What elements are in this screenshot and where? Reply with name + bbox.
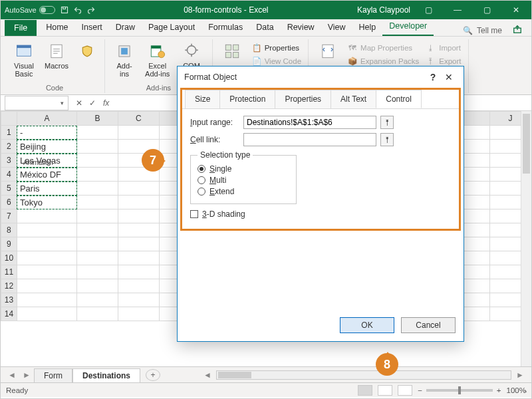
input-range-field[interactable] bbox=[243, 116, 376, 129]
tell-me[interactable]: Tell me bbox=[477, 26, 502, 35]
minimize-icon[interactable]: — bbox=[446, 3, 469, 17]
cell[interactable] bbox=[17, 251, 76, 265]
radio-extend[interactable]: Extend bbox=[198, 187, 289, 196]
tab-formulas[interactable]: Formulas bbox=[201, 19, 249, 36]
dialog-tab-alt-text[interactable]: Alt Text bbox=[331, 90, 376, 108]
tab-draw[interactable]: Draw bbox=[109, 19, 142, 36]
maximize-icon[interactable]: ▢ bbox=[475, 3, 498, 17]
dialog-help-icon[interactable]: ? bbox=[425, 72, 441, 82]
cell[interactable] bbox=[118, 237, 159, 251]
autosave-toggle[interactable]: AutoSave bbox=[5, 6, 55, 14]
row-header[interactable]: 14 bbox=[1, 307, 17, 321]
checkbox-3d-shading[interactable]: 3-D shading bbox=[190, 209, 451, 219]
cell[interactable]: Paris bbox=[17, 182, 76, 196]
cancel-button[interactable]: Cancel bbox=[401, 317, 456, 333]
cell[interactable] bbox=[17, 279, 76, 293]
tab-data[interactable]: Data bbox=[249, 19, 280, 36]
visual-basic-button[interactable]: Visual Basic bbox=[10, 41, 38, 79]
zoom-out-icon[interactable]: − bbox=[418, 386, 422, 394]
tab-page-layout[interactable]: Page Layout bbox=[142, 19, 201, 36]
collapse-ribbon-icon[interactable]: ˄ bbox=[524, 390, 527, 397]
row-header[interactable]: 12 bbox=[1, 279, 17, 293]
view-page-layout-icon[interactable] bbox=[378, 385, 392, 396]
cell[interactable] bbox=[77, 223, 118, 237]
sheet-tab-form[interactable]: Form bbox=[34, 368, 72, 382]
cell[interactable] bbox=[17, 307, 76, 321]
name-box[interactable]: ▾ bbox=[5, 96, 68, 110]
dialog-tab-control[interactable]: Control bbox=[376, 90, 422, 108]
cell-link-picker-icon[interactable]: ⭱ bbox=[380, 133, 394, 146]
excel-addins-button[interactable]: Excel Add-ins bbox=[142, 41, 172, 79]
radio-single[interactable]: Single bbox=[198, 164, 289, 174]
radio-multi[interactable]: Multi bbox=[198, 176, 289, 185]
cell[interactable] bbox=[118, 209, 159, 223]
ok-button[interactable]: OK bbox=[340, 317, 394, 333]
hscroll-right-icon[interactable]: ► bbox=[513, 370, 527, 380]
row-header[interactable]: 4 bbox=[1, 168, 17, 182]
cell[interactable] bbox=[17, 209, 76, 223]
cell-link-field[interactable] bbox=[243, 133, 376, 146]
properties-button[interactable]: 📋Properties bbox=[250, 42, 303, 54]
dialog-tab-properties[interactable]: Properties bbox=[275, 90, 331, 108]
row-header[interactable]: 2 bbox=[1, 140, 17, 154]
cell[interactable] bbox=[118, 265, 159, 279]
tab-home[interactable]: Home bbox=[39, 19, 74, 36]
row-header[interactable]: 3 bbox=[1, 154, 17, 168]
tab-help[interactable]: Help bbox=[352, 19, 383, 36]
dialog-close-icon[interactable]: ✕ bbox=[441, 72, 457, 82]
user-name[interactable]: Kayla Claypool bbox=[357, 5, 410, 15]
cell[interactable] bbox=[17, 293, 76, 307]
share-icon[interactable] bbox=[513, 25, 522, 36]
cell[interactable] bbox=[77, 265, 118, 279]
cell[interactable]: - bbox=[17, 126, 76, 140]
cell[interactable] bbox=[118, 196, 159, 209]
tab-developer[interactable]: Developer bbox=[382, 18, 434, 36]
source-button[interactable] bbox=[314, 41, 342, 62]
cell[interactable] bbox=[77, 154, 118, 168]
row-header[interactable]: 5 bbox=[1, 182, 17, 196]
close-icon[interactable]: ✕ bbox=[505, 3, 527, 17]
insert-controls-button[interactable] bbox=[218, 41, 246, 62]
tab-view[interactable]: View bbox=[321, 19, 352, 36]
cancel-formula-icon[interactable]: ✕ bbox=[72, 98, 86, 108]
row-header[interactable]: 11 bbox=[1, 265, 17, 279]
hscroll-left-icon[interactable]: ◄ bbox=[200, 370, 215, 380]
cell[interactable] bbox=[17, 237, 76, 251]
cell[interactable] bbox=[77, 196, 118, 209]
col-header-c[interactable]: C bbox=[118, 112, 159, 126]
view-page-break-icon[interactable] bbox=[398, 385, 412, 396]
sheet-nav-next-icon[interactable]: ► bbox=[19, 370, 34, 380]
cell[interactable] bbox=[77, 182, 118, 196]
new-sheet-button[interactable]: + bbox=[146, 369, 160, 381]
redo-icon[interactable] bbox=[87, 6, 95, 14]
dialog-tab-size[interactable]: Size bbox=[185, 90, 220, 108]
row-header[interactable]: 9 bbox=[1, 237, 17, 251]
macros-button[interactable]: Macros bbox=[42, 41, 71, 71]
save-icon[interactable] bbox=[61, 6, 68, 14]
cell[interactable] bbox=[77, 209, 118, 223]
cell[interactable] bbox=[77, 251, 118, 265]
cell[interactable] bbox=[118, 279, 159, 293]
input-range-picker-icon[interactable]: ⭱ bbox=[380, 116, 394, 129]
cell[interactable] bbox=[118, 293, 159, 307]
vertical-scrollbar[interactable] bbox=[521, 111, 531, 366]
zoom-in-icon[interactable]: + bbox=[497, 386, 501, 394]
row-header[interactable]: 8 bbox=[1, 223, 17, 237]
sheet-tab-destinations[interactable]: Destinations bbox=[72, 368, 140, 382]
cell[interactable] bbox=[118, 223, 159, 237]
macro-security-icon[interactable] bbox=[75, 41, 99, 62]
col-header-a[interactable]: A bbox=[17, 112, 76, 126]
zoom-level[interactable]: 100% bbox=[507, 386, 526, 394]
cell[interactable] bbox=[77, 293, 118, 307]
chevron-down-icon[interactable]: ▾ bbox=[61, 100, 64, 106]
row-header[interactable]: 6 bbox=[1, 196, 17, 209]
cell[interactable]: Beijing bbox=[17, 140, 76, 154]
cell[interactable] bbox=[77, 307, 118, 321]
cell[interactable] bbox=[77, 126, 118, 140]
cell[interactable] bbox=[118, 251, 159, 265]
undo-icon[interactable] bbox=[74, 6, 82, 14]
cell[interactable] bbox=[118, 307, 159, 321]
cell[interactable] bbox=[118, 126, 159, 140]
horizontal-scrollbar[interactable] bbox=[216, 370, 511, 380]
zoom-slider[interactable]: − + bbox=[418, 386, 501, 394]
